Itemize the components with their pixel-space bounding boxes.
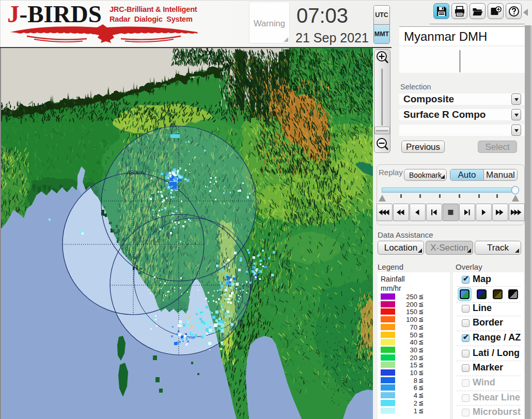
svg-text:450km: 450km <box>127 169 144 176</box>
